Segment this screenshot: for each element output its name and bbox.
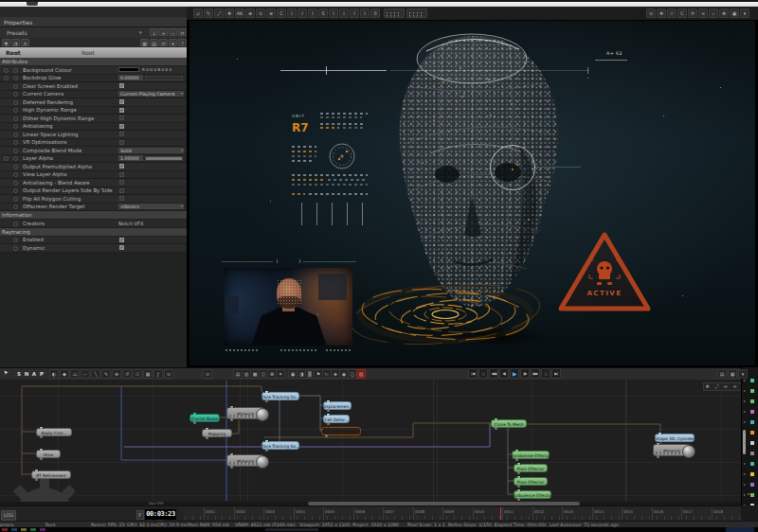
snap-letter-a[interactable]: A [30, 369, 38, 379]
checkbox-checked[interactable]: ✓ [119, 83, 124, 88]
snap-letter-n[interactable]: N [23, 369, 30, 379]
node-output-nub[interactable] [517, 498, 520, 501]
node-output-nub[interactable] [193, 421, 196, 424]
node-continuous-modifier[interactable]: Continuous Modifier [321, 427, 361, 435]
property-row-output-render-layers-side-by-side[interactable]: Output Render Layers Side By Side [0, 187, 187, 196]
node-face-tracking-so[interactable]: Face Tracking So... [262, 392, 299, 400]
keyframe-toggle-icon[interactable] [13, 140, 18, 145]
camera-slot-2[interactable]: I [298, 9, 307, 18]
snap-mode-icon[interactable]: ◆ [60, 369, 69, 379]
node-randomise-effector[interactable]: Randomise Effector [512, 451, 550, 459]
palette-node-swatch[interactable] [750, 379, 754, 382]
property-row-backdrop-glow[interactable]: Backdrop Glow0.00000 [0, 75, 187, 83]
node-input-tab[interactable] [514, 449, 519, 452]
camera-slot-c[interactable]: C [277, 9, 286, 18]
keyframe-toggle-icon[interactable] [13, 84, 18, 89]
node-input-tab[interactable] [516, 488, 521, 491]
property-row-antialiasing-blend-aware[interactable]: Antialiasing - Blend Aware [0, 179, 187, 187]
palette-node-swatch[interactable] [750, 420, 754, 424]
node-clone-to-mesh[interactable]: Clone To Mesh [491, 419, 527, 428]
step-forward-button[interactable]: |▶ [520, 368, 530, 379]
node-plain-effector[interactable]: Plain Effector [514, 464, 548, 472]
palette-node-swatch[interactable] [750, 472, 754, 476]
animation-toggle-icon[interactable] [4, 68, 9, 73]
move-tool-icon[interactable]: ✥ [225, 9, 234, 18]
undo-icon[interactable]: ↺ [122, 369, 132, 379]
node-input-tab[interactable] [205, 427, 209, 430]
property-row-current-camera[interactable]: Current CameraCurrent Playing Camera▾ [0, 91, 187, 99]
pan-view-icon[interactable]: ✥ [657, 9, 666, 18]
property-row-vr-optimisations[interactable]: VR Optimisations [0, 139, 187, 148]
checkbox-unchecked[interactable] [119, 180, 124, 185]
node-output-nub[interactable] [325, 434, 328, 437]
checkbox-checked[interactable]: ✓ [119, 108, 124, 113]
filter-clear-icon[interactable]: ✕ [21, 39, 29, 46]
checkbox-checked[interactable]: ✓ [119, 245, 124, 250]
node-apply-colo[interactable]: Apply Colo... [36, 428, 72, 436]
group-icon[interactable]: ⚇ [133, 369, 142, 379]
keyframe-toggle-icon[interactable] [13, 238, 18, 242]
dropdown-offscreen-render-target[interactable]: <None>▾ [118, 204, 184, 209]
node-input-tab[interactable] [494, 417, 498, 420]
refresh-view-icon[interactable]: ⟳ [688, 9, 697, 18]
rotate-tool-icon[interactable]: ↻ [204, 9, 213, 18]
pan-tool-icon[interactable]: ◐ [49, 369, 59, 379]
node-output-nub[interactable] [206, 436, 208, 439]
camera-slot-7[interactable]: I [360, 9, 370, 18]
palette-node-swatch[interactable] [750, 389, 754, 393]
help-icon[interactable]: ? [178, 39, 187, 46]
keyframe-toggle-icon[interactable] [13, 222, 18, 226]
node-input-tab[interactable] [192, 412, 197, 415]
property-row-composite-blend-mode[interactable]: Composite Blend ModeSolid▾ [0, 147, 187, 155]
gizmo-translate-icon[interactable]: ⊕ [245, 9, 255, 18]
render-viewport[interactable]: ACTIVE A+ 62 UNIT R7 [190, 21, 755, 365]
corner-link-icon[interactable]: ⌐ [81, 369, 90, 379]
marquee-icon[interactable]: ▭ [70, 369, 80, 379]
keyframe-toggle-icon[interactable] [13, 116, 18, 121]
keyframe-toggle-icon[interactable] [13, 172, 18, 177]
camera-slot-s[interactable]: S [318, 9, 328, 18]
panel-dropdown-icon[interactable]: ▾ [738, 369, 748, 379]
move-view-icon[interactable]: ✥ [719, 9, 729, 18]
camera-slot-0[interactable]: 0 [370, 9, 380, 18]
node-shape-3d-cylinder[interactable]: Shape 3D: Cylinder [655, 434, 695, 442]
grid-toggle-icon[interactable]: ▦ [143, 369, 153, 379]
node-material[interactable]: Material [226, 454, 264, 467]
fast-forward-button[interactable]: ▶▶ [531, 368, 540, 379]
dropdown-composite-blend-mode[interactable]: Solid▾ [118, 148, 184, 153]
node-input-tab[interactable] [516, 475, 521, 478]
menu-icon[interactable]: = [698, 9, 708, 18]
node-output-nub[interactable] [230, 418, 233, 421]
checkbox-unchecked[interactable] [119, 188, 124, 193]
view-list-icon[interactable]: ▤ [150, 39, 158, 46]
node-output-nub[interactable] [40, 457, 43, 460]
node-output-nub[interactable] [265, 399, 268, 402]
panel-rows-icon[interactable]: ▤ [717, 369, 727, 379]
focus-icon[interactable]: ⊙ [646, 9, 656, 18]
keyframe-toggle-icon[interactable] [13, 68, 18, 73]
node-output-nub[interactable] [657, 455, 659, 458]
checkbox-checked[interactable]: ✓ [119, 164, 124, 168]
favorite-icon[interactable]: ✦ [276, 369, 285, 379]
node-material[interactable]: Material [226, 407, 264, 419]
root-node-row[interactable]: Root Root [0, 47, 187, 58]
filter-funnel-icon[interactable]: ▼ [2, 39, 10, 46]
node-fractal-noise[interactable]: Fractal Noise [190, 414, 220, 422]
panel-grid-icon[interactable]: ▦ [728, 369, 737, 379]
node-output-nub[interactable] [265, 449, 268, 452]
keyframe-toggle-icon[interactable] [13, 133, 18, 137]
animation-toggle-icon[interactable] [4, 76, 9, 80]
node-input-tab[interactable] [324, 425, 329, 428]
preset-download-icon[interactable]: ↓ [150, 28, 158, 36]
property-row-linear-space-lighting[interactable]: Linear Space Lighting [0, 131, 187, 139]
frame-mode-button[interactable]: F [136, 510, 144, 520]
keyframe-toggle-icon[interactable] [13, 197, 18, 202]
keyframe-toggle-icon[interactable] [13, 92, 18, 97]
go-start-button[interactable]: |◀ [468, 368, 478, 379]
dropdown-icon[interactable]: ▾ [169, 39, 177, 46]
node-output-nub[interactable] [327, 409, 330, 412]
node-turbulence-effector[interactable]: Turbulence Effector [514, 490, 551, 499]
palette-node-swatch[interactable] [750, 441, 754, 445]
node-graph-canvas[interactable]: Apply Colo...GlowRT RefinementFractal No… [0, 380, 741, 502]
color-swatch[interactable] [118, 67, 139, 72]
